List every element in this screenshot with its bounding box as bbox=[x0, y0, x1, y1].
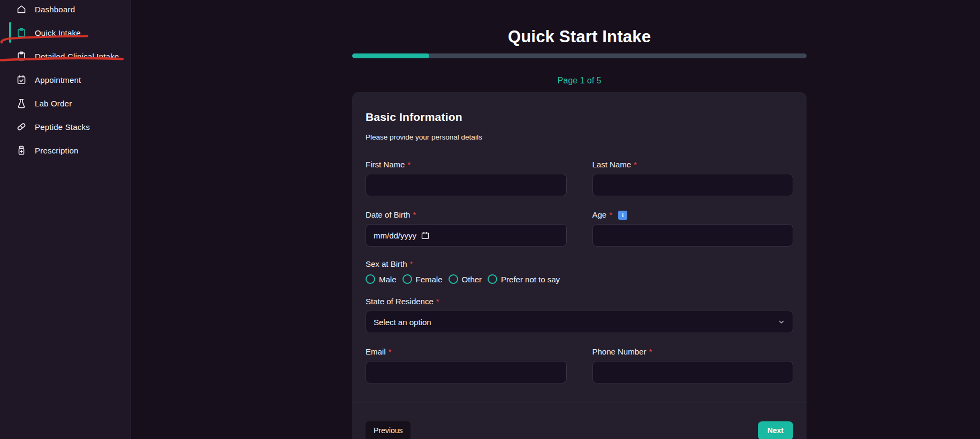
phone-number-field: Phone Number * bbox=[592, 347, 794, 383]
card-divider bbox=[352, 403, 807, 403]
sex-at-birth-label: Sex at Birth * bbox=[366, 259, 793, 269]
label-text: First Name bbox=[366, 160, 405, 170]
form-navigation: Previous Next bbox=[366, 421, 793, 439]
info-icon[interactable]: i bbox=[618, 211, 627, 220]
date-of-birth-label: Date of Birth * bbox=[366, 210, 567, 220]
calendar-check-icon bbox=[16, 74, 27, 85]
required-asterisk: * bbox=[413, 210, 416, 220]
email-input[interactable] bbox=[366, 361, 567, 383]
form-card: Basic Information Please provide your pe… bbox=[352, 92, 807, 439]
radio-circle[interactable] bbox=[366, 274, 375, 284]
sidebar: Dashboard Quick Intake Detailed Clinical… bbox=[0, 0, 131, 439]
medicine-bottle-icon bbox=[16, 145, 27, 156]
label-text: Phone Number bbox=[592, 347, 647, 357]
sidebar-item-quick-intake[interactable]: Quick Intake bbox=[0, 21, 131, 44]
label-text: Date of Birth bbox=[366, 210, 410, 220]
required-asterisk: * bbox=[407, 160, 411, 170]
clipboard-icon bbox=[16, 51, 27, 61]
select-value: Select an option bbox=[374, 318, 431, 327]
state-of-residence-label: State of Residence * bbox=[366, 297, 793, 306]
progress-bar bbox=[352, 53, 807, 58]
first-name-input[interactable] bbox=[366, 174, 567, 196]
email-field: Email * bbox=[366, 347, 567, 383]
radio-label: Female bbox=[416, 275, 443, 284]
radio-option-male[interactable]: Male bbox=[366, 274, 397, 284]
radio-circle[interactable] bbox=[402, 274, 412, 284]
previous-button[interactable]: Previous bbox=[366, 421, 411, 439]
page-title: Quick Start Intake bbox=[352, 27, 807, 47]
progress-fill bbox=[352, 53, 429, 58]
sidebar-item-label: Detailed Clinical Intake bbox=[35, 52, 119, 61]
label-text: Email bbox=[366, 347, 386, 357]
radio-circle[interactable] bbox=[449, 274, 458, 284]
label-text: State of Residence bbox=[366, 297, 434, 306]
radio-option-female[interactable]: Female bbox=[402, 274, 443, 284]
phone-number-label: Phone Number * bbox=[592, 347, 794, 357]
radio-label: Prefer not to say bbox=[501, 275, 560, 284]
required-asterisk: * bbox=[436, 297, 439, 306]
sidebar-item-dashboard[interactable]: Dashboard bbox=[0, 0, 131, 21]
section-title: Basic Information bbox=[366, 110, 793, 124]
age-field: Age * i bbox=[592, 210, 794, 247]
required-asterisk: * bbox=[609, 210, 612, 220]
radio-circle[interactable] bbox=[488, 274, 497, 284]
section-subtitle: Please provide your personal details bbox=[366, 133, 793, 142]
label-text: Sex at Birth bbox=[366, 259, 407, 269]
flask-icon bbox=[16, 98, 27, 109]
required-asterisk: * bbox=[649, 347, 652, 357]
required-asterisk: * bbox=[389, 347, 392, 357]
sidebar-item-detailed-clinical-intake[interactable]: Detailed Clinical Intake bbox=[0, 44, 131, 68]
sidebar-item-label: Dashboard bbox=[35, 5, 75, 14]
clipboard-icon bbox=[16, 27, 27, 38]
state-of-residence-field: State of Residence * Select an option bbox=[366, 297, 793, 333]
label-text: Last Name bbox=[592, 160, 632, 170]
label-text: Age bbox=[592, 210, 607, 220]
calendar-icon[interactable] bbox=[421, 232, 429, 240]
date-of-birth-field: Date of Birth * mm/dd/yyyy bbox=[366, 210, 567, 247]
state-select[interactable]: Select an option bbox=[366, 311, 793, 333]
home-icon bbox=[16, 4, 27, 14]
sidebar-nav: Dashboard Quick Intake Detailed Clinical… bbox=[0, 0, 131, 162]
sidebar-item-label: Appointment bbox=[35, 75, 81, 84]
pill-icon bbox=[16, 121, 27, 132]
sidebar-item-label: Peptide Stacks bbox=[35, 122, 90, 132]
sidebar-item-label: Lab Order bbox=[35, 99, 72, 108]
sex-radio-group: Male Female Other Prefer not to say bbox=[366, 274, 793, 284]
active-item-indicator bbox=[9, 22, 11, 43]
last-name-field: Last Name * bbox=[592, 160, 794, 196]
required-asterisk: * bbox=[634, 160, 637, 170]
next-button[interactable]: Next bbox=[758, 421, 793, 439]
age-input[interactable] bbox=[592, 224, 794, 247]
radio-option-prefer-not-to-say[interactable]: Prefer not to say bbox=[488, 274, 560, 284]
sidebar-item-peptide-stacks[interactable]: Peptide Stacks bbox=[0, 115, 131, 138]
required-asterisk: * bbox=[410, 259, 413, 269]
age-label: Age * i bbox=[592, 210, 794, 220]
page-indicator: Page 1 of 5 bbox=[352, 76, 807, 85]
sidebar-item-lab-order[interactable]: Lab Order bbox=[0, 91, 131, 115]
phone-number-input[interactable] bbox=[592, 361, 794, 383]
sidebar-item-label: Quick Intake bbox=[35, 28, 81, 37]
sidebar-item-appointment[interactable]: Appointment bbox=[0, 68, 131, 91]
radio-option-other[interactable]: Other bbox=[449, 274, 482, 284]
main-content: Quick Start Intake Page 1 of 5 Basic Inf… bbox=[352, 0, 807, 439]
first-name-field: First Name * bbox=[366, 160, 567, 196]
email-label: Email * bbox=[366, 347, 567, 357]
radio-label: Male bbox=[379, 275, 397, 284]
first-name-label: First Name * bbox=[366, 160, 567, 170]
sex-at-birth-field: Sex at Birth * Male Female Other bbox=[366, 259, 793, 284]
date-placeholder: mm/dd/yyyy bbox=[374, 231, 416, 240]
date-of-birth-input[interactable]: mm/dd/yyyy bbox=[366, 224, 567, 247]
chevron-down-icon bbox=[778, 318, 785, 326]
sidebar-item-label: Prescription bbox=[35, 146, 79, 155]
radio-label: Other bbox=[462, 275, 482, 284]
last-name-input[interactable] bbox=[592, 174, 794, 196]
last-name-label: Last Name * bbox=[592, 160, 794, 170]
sidebar-item-prescription[interactable]: Prescription bbox=[0, 138, 131, 162]
